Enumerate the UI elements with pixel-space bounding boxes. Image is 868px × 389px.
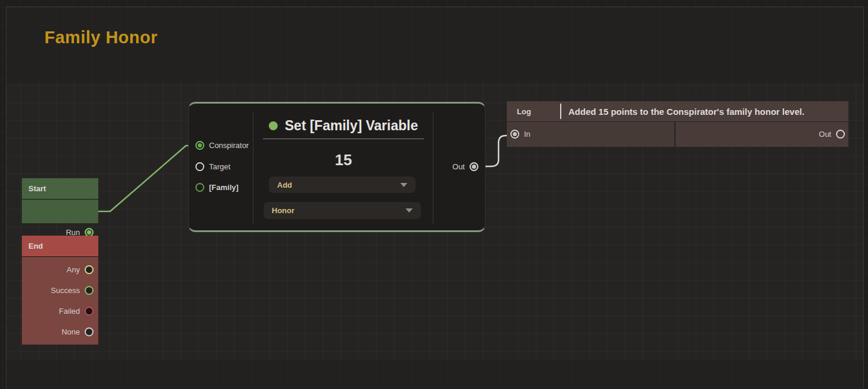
log-in-section: In — [507, 122, 674, 147]
variable-dropdown-value: Honor — [272, 206, 294, 215]
frame-title: Family Honor — [44, 28, 157, 47]
node-set-family-variable[interactable]: Conspirator Target [Family] Set [Family]… — [188, 102, 486, 232]
end-success-label: Success — [51, 286, 80, 295]
end-success-out-port[interactable] — [85, 286, 94, 295]
end-any-row: Any — [67, 265, 94, 274]
node-end[interactable]: End Any Success Failed None — [22, 236, 98, 345]
operation-dropdown-value: Add — [277, 181, 292, 189]
log-out-section: Out — [676, 122, 848, 147]
log-node-title: Log — [507, 107, 560, 116]
end-none-row: None — [62, 327, 94, 336]
log-out-row: Out — [819, 130, 845, 139]
variable-dropdown[interactable]: Honor — [263, 201, 422, 220]
end-node-header[interactable]: End — [22, 236, 98, 256]
set-conspirator-row: Conspirator — [195, 141, 249, 150]
end-none-out-port[interactable] — [85, 327, 94, 336]
divider — [433, 112, 433, 224]
log-in-label: In — [524, 130, 531, 139]
log-node-header[interactable]: Log Added 15 points to the Conspirator's… — [507, 101, 848, 121]
start-node-title: Start — [28, 184, 46, 193]
end-node-title: End — [28, 242, 43, 250]
node-log[interactable]: Log Added 15 points to the Conspirator's… — [507, 101, 848, 147]
end-failed-label: Failed — [59, 307, 80, 316]
green-status-dot-icon — [269, 121, 278, 130]
log-message-text[interactable]: Added 15 points to the Conspirator's fam… — [561, 107, 805, 117]
end-any-label: Any — [67, 265, 80, 274]
end-node-body: Any Success Failed None — [22, 257, 98, 345]
set-target-label: Target — [209, 162, 230, 171]
chevron-down-icon — [406, 208, 413, 213]
set-family-label: [Family] — [209, 183, 239, 192]
log-out-label: Out — [819, 130, 831, 139]
start-node-body: Run — [22, 200, 98, 223]
log-in-port[interactable] — [510, 130, 519, 139]
start-node-header[interactable]: Start — [22, 178, 98, 199]
set-target-row: Target — [195, 162, 230, 171]
log-node-body: In Out — [507, 122, 848, 147]
end-failed-out-port[interactable] — [85, 307, 94, 316]
set-target-in-port[interactable] — [195, 162, 204, 171]
divider — [253, 112, 253, 224]
set-node-title: Set [Family] Variable — [285, 118, 418, 134]
set-node-title-row: Set [Family] Variable — [263, 115, 424, 136]
set-family-row: [Family] — [195, 183, 239, 192]
set-out-port[interactable] — [470, 162, 478, 171]
node-start[interactable]: Start Run — [22, 178, 98, 223]
log-in-row: In — [510, 130, 531, 139]
operation-dropdown[interactable]: Add — [268, 176, 416, 194]
set-conspirator-label: Conspirator — [209, 141, 249, 150]
end-success-row: Success — [51, 286, 94, 295]
set-value-field[interactable]: 15 — [263, 150, 424, 169]
end-any-out-port[interactable] — [85, 265, 94, 274]
chevron-down-icon — [400, 183, 407, 187]
end-none-label: None — [62, 327, 80, 336]
set-family-in-port[interactable] — [195, 183, 204, 192]
node-editor-canvas[interactable]: Family Honor Start Run End Any — [0, 0, 868, 389]
log-out-port[interactable] — [836, 130, 845, 139]
set-conspirator-in-port[interactable] — [195, 141, 204, 150]
set-out-row: Out — [452, 162, 478, 171]
set-out-label: Out — [452, 162, 465, 171]
divider — [263, 139, 424, 139]
end-failed-row: Failed — [59, 307, 94, 316]
